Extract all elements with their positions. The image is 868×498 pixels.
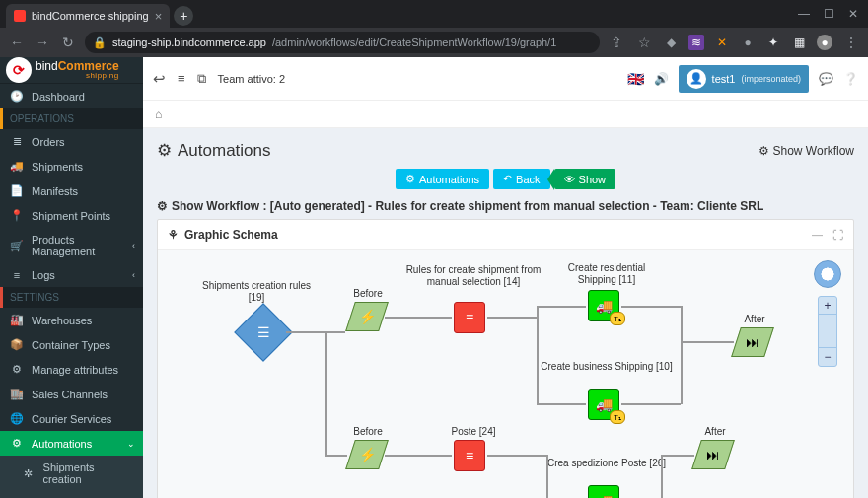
nav-reload-icon[interactable]: ↻ [59, 35, 77, 50]
zoom-control[interactable]: + − [818, 296, 837, 367]
node-after-2[interactable]: ⏭ [691, 440, 735, 469]
extension-icon[interactable]: ≋ [688, 35, 704, 50]
edge [326, 331, 327, 455]
sidebar-item-label: Shipments creation [43, 462, 133, 485]
chat-icon[interactable]: 💬 [819, 72, 833, 86]
node-badge: T₁ [610, 410, 625, 424]
nav-forward-icon[interactable]: → [34, 35, 51, 50]
page-title: ⚙ Automations [157, 140, 271, 161]
node-label: Rules for create shipment from manual se… [404, 264, 542, 287]
sidebar-item-dashboard[interactable]: 🕑 Dashboard [0, 84, 143, 108]
app-menu-icon[interactable]: ▦ [791, 35, 807, 50]
notification-icon[interactable]: 🔊 [654, 72, 669, 86]
flag-uk-icon[interactable]: 🇬🇧 [627, 71, 644, 87]
node-label: Shipments creation rules [19] [197, 280, 316, 303]
window-close-icon[interactable]: ✕ [848, 7, 858, 21]
home-icon[interactable]: ⌂ [155, 107, 162, 121]
node-poste[interactable]: ≡ [454, 440, 485, 471]
help-icon[interactable]: ❔ [843, 72, 858, 86]
sidebar-item-sales-channels[interactable]: 🏬Sales Channels [0, 382, 143, 406]
node-label: Crea spedizione Poste [26] [542, 458, 671, 469]
sidebar-item-shipment-points[interactable]: 📍Shipment Points [0, 203, 143, 228]
window-titlebar: bindCommerce shipping × + — ☐ ✕ [0, 0, 868, 28]
extension-icon[interactable]: ● [740, 35, 756, 50]
gauge-icon: 🕑 [10, 90, 24, 103]
chevron-down-icon: ⌄ [127, 439, 135, 449]
nav-back-icon[interactable]: ← [8, 35, 26, 50]
zoom-slider[interactable] [819, 315, 836, 348]
node-rules-manual[interactable]: ≡ [454, 302, 485, 333]
edge [385, 455, 452, 457]
sidebar-item-courier-services[interactable]: 🌐Courier Services [0, 406, 143, 431]
sidebar-item-manage-attributes[interactable]: ⚙Manage attributes [0, 357, 143, 382]
address-bar[interactable]: 🔒 staging-ship.bindcommerce.app/admin/wo… [85, 32, 600, 53]
node-before-1[interactable]: ⚡ [345, 302, 389, 331]
truck-icon: 🚚 [596, 396, 613, 412]
user-menu[interactable]: 👤 test1 (impersonated) [679, 65, 809, 93]
store-icon: 🏬 [10, 388, 24, 400]
show-button[interactable]: 👁Show [554, 169, 616, 189]
node-label: After [690, 426, 740, 438]
extension-icon[interactable]: ✕ [714, 35, 730, 50]
filter-icon: ≡ [466, 448, 473, 463]
graphic-schema-panel: ⚘Graphic Schema — ⛶ + − Shipment [157, 219, 854, 498]
button-label: Show [579, 174, 607, 185]
sidebar-subitem-shipments-creation[interactable]: ✲Shipments creation [0, 456, 143, 491]
star-icon[interactable]: ☆ [635, 35, 653, 50]
sidebar-item-orders[interactable]: ≣Orders [0, 129, 143, 154]
edge [537, 306, 539, 404]
button-label: Back [516, 174, 540, 185]
edge [487, 455, 546, 457]
sidebar-item-label: Logs [32, 269, 55, 281]
tab-close-icon[interactable]: × [155, 9, 163, 24]
sidebar-subitem-order-rules[interactable]: ✲Order rules [0, 491, 143, 498]
extensions-menu-icon[interactable]: ✦ [765, 35, 781, 50]
brand[interactable]: ⟳ bindCommerce shipping [0, 57, 143, 84]
edge [286, 331, 345, 333]
sidebar-item-warehouses[interactable]: 🏭Warehouses [0, 308, 143, 332]
sidebar-item-label: Products Management [32, 234, 133, 257]
share-icon: ⚘ [168, 228, 179, 242]
window-minimize-icon[interactable]: — [798, 7, 810, 21]
copy-icon[interactable]: ⧉ [197, 71, 206, 87]
panel-collapse-icon[interactable]: — [812, 229, 823, 241]
browser-tab[interactable]: bindCommerce shipping × [6, 4, 170, 28]
node-before-2[interactable]: ⚡ [345, 440, 389, 469]
node-spedizione-poste[interactable]: 🚚 [588, 485, 619, 498]
zoom-in-button[interactable]: + [819, 297, 836, 315]
sidebar-item-label: Courier Services [32, 413, 111, 425]
undo-icon: ↶ [503, 173, 512, 185]
sidebar-item-label: Manifests [32, 185, 78, 197]
panel-expand-icon[interactable]: ⛶ [832, 229, 843, 241]
sidebar-item-manifests[interactable]: 📄Manifests [0, 178, 143, 203]
node-label: After [730, 314, 779, 325]
browser-menu-icon[interactable]: ⋮ [842, 35, 860, 50]
node-rules-root[interactable]: ☰ [234, 303, 292, 361]
share-icon[interactable]: ⇪ [608, 35, 625, 50]
zoom-out-button[interactable]: − [819, 348, 836, 366]
menu-icon[interactable]: ≡ [178, 71, 185, 86]
new-tab-button[interactable]: + [174, 6, 193, 26]
automations-button[interactable]: ⚙Automations [396, 169, 489, 189]
back-arrow-icon[interactable]: ↩ [153, 70, 166, 88]
sidebar-item-logs[interactable]: ≡Logs‹ [0, 263, 143, 287]
cog-icon: ✲ [22, 467, 36, 480]
show-workflow-link[interactable]: ⚙ Show Workflow [759, 144, 854, 158]
sidebar-item-container-types[interactable]: 📦Container Types [0, 332, 143, 357]
workflow-canvas[interactable]: + − Shipments creation rules [19] ☰ Befo… [158, 250, 853, 498]
sidebar-item-automations[interactable]: ⚙Automations⌄ [0, 431, 143, 456]
compass-control[interactable] [814, 260, 841, 288]
extension-icon[interactable]: ◆ [663, 35, 679, 50]
gear-icon: ⚙ [10, 437, 24, 450]
window-maximize-icon[interactable]: ☐ [824, 7, 834, 21]
edge [537, 306, 586, 308]
pin-icon: 📍 [10, 209, 24, 222]
node-after-1[interactable]: ⏭ [731, 327, 774, 357]
sidebar-item-products[interactable]: 🛒Products Management‹ [0, 228, 143, 263]
edge [385, 317, 452, 319]
edge [487, 317, 537, 319]
edge [681, 341, 734, 343]
sidebar-item-shipments[interactable]: 🚚Shipments [0, 154, 143, 178]
profile-avatar-icon[interactable]: ● [817, 35, 832, 50]
back-button[interactable]: ↶Back [493, 169, 549, 189]
